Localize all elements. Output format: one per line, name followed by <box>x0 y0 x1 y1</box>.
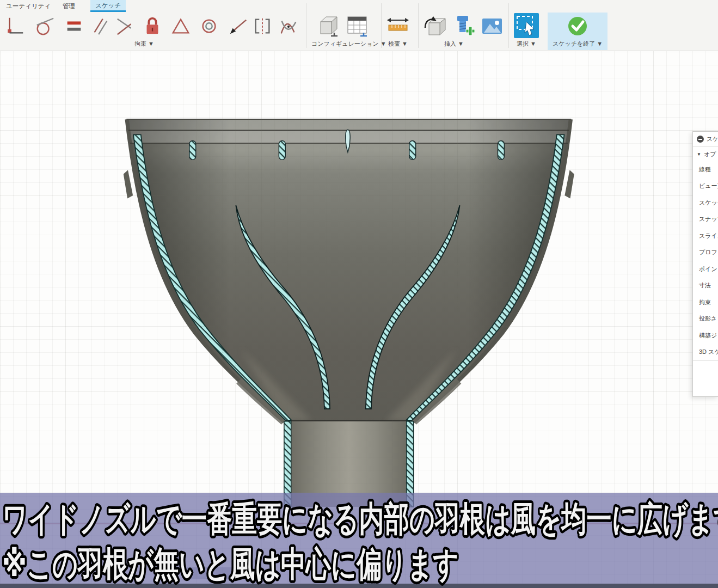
toolbar-divider <box>508 3 509 48</box>
chevron-down-icon: ▼ <box>697 152 701 157</box>
curvature-constraint-button[interactable] <box>278 14 299 38</box>
toolbar-divider <box>418 3 419 48</box>
fusion360-window: ユーティリティ 管理 スケッチ <box>0 0 718 588</box>
insert-fastener-button[interactable] <box>451 13 477 39</box>
left-edge-step <box>124 170 133 198</box>
midpoint-constraint-button[interactable] <box>170 14 192 38</box>
palette-item-constraints[interactable]: 拘束 <box>693 294 718 311</box>
perpendicular-constraint-button[interactable] <box>114 14 136 38</box>
palette-item-3d-sketch[interactable]: 3D スケ <box>693 344 718 361</box>
curvature-constraint-icon <box>278 16 299 36</box>
measure-button[interactable] <box>384 13 412 39</box>
palette-section-options[interactable]: ▼ オプ <box>693 147 718 161</box>
configuration-table-icon <box>345 14 370 39</box>
tab-manage[interactable]: 管理 <box>58 0 80 12</box>
measure-icon <box>385 14 410 39</box>
equal-constraint-button[interactable] <box>63 14 85 38</box>
insert-group-label[interactable]: 挿入 ▼ <box>437 40 471 48</box>
concentric-constraint-icon <box>199 16 219 36</box>
palette-item-linetype[interactable]: 線種 <box>693 161 718 178</box>
palette-section-label: オプ <box>704 150 716 158</box>
sketch-palette-header[interactable]: スケッ <box>693 132 718 147</box>
equal-constraint-icon <box>65 16 83 36</box>
subtitle-band <box>0 493 718 584</box>
palette-item-construction[interactable]: 構築ジ <box>693 327 718 344</box>
insert-derive-icon <box>423 14 448 39</box>
palette-item-sketch-grid[interactable]: スケッチ <box>693 194 718 211</box>
midpoint-constraint-icon <box>170 16 191 36</box>
inspect-group-label[interactable]: 検査 ▼ <box>383 40 413 48</box>
parallel-constraint-button[interactable] <box>89 14 111 38</box>
palette-item-points[interactable]: ポイント <box>693 261 718 278</box>
fix-unfix-constraint-icon <box>142 15 163 37</box>
configuration-button[interactable] <box>315 13 342 39</box>
sketch-palette-title: スケッ <box>707 135 718 143</box>
tab-sketch[interactable]: スケッチ <box>90 0 126 12</box>
subtitle-bottom-strip <box>0 584 718 588</box>
select-button[interactable] <box>514 13 539 38</box>
toolbar: ユーティリティ 管理 スケッチ <box>0 0 718 51</box>
collinear-constraint-icon <box>228 16 249 36</box>
insert-derive-button[interactable] <box>422 13 449 39</box>
toolbar-divider <box>381 3 382 48</box>
minimize-icon[interactable] <box>697 136 704 143</box>
symmetry-constraint-icon <box>252 16 273 36</box>
fix-unfix-constraint-button[interactable] <box>142 14 163 38</box>
insert-canvas-button[interactable] <box>479 13 505 39</box>
toolbar-divider <box>306 3 306 48</box>
finish-sketch-button[interactable]: スケッチを終了 ▼ <box>548 13 607 50</box>
tangent-constraint-button[interactable] <box>34 14 56 38</box>
insert-canvas-icon <box>480 14 504 38</box>
finish-sketch-label: スケッチを終了 ▼ <box>548 40 607 48</box>
palette-item-snap[interactable]: スナップ <box>693 211 718 228</box>
palette-item-slice[interactable]: スライス <box>693 228 718 244</box>
configuration-table-button[interactable] <box>344 13 371 39</box>
horizontal-vertical-constraint-button[interactable] <box>4 14 26 38</box>
finish-sketch-icon <box>567 15 588 37</box>
configuration-icon <box>316 14 341 39</box>
palette-item-profile[interactable]: プロファ <box>693 244 718 261</box>
concentric-constraint-button[interactable] <box>198 14 220 38</box>
tangent-constraint-icon <box>34 16 55 36</box>
tab-utilities[interactable]: ユーティリティ <box>1 0 56 12</box>
right-edge-step <box>564 170 574 198</box>
palette-item-look-at[interactable]: ビュー正 <box>693 178 718 195</box>
perpendicular-constraint-icon <box>115 16 136 36</box>
symmetry-constraint-button[interactable] <box>251 14 273 38</box>
horizontal-vertical-constraint-icon <box>5 16 25 36</box>
select-icon <box>514 14 538 38</box>
parallel-constraint-icon <box>90 16 111 36</box>
palette-footer <box>693 360 718 381</box>
palette-item-dimensions[interactable]: 寸法 <box>693 278 718 295</box>
palette-item-projected[interactable]: 投影さ <box>693 311 718 328</box>
insert-fastener-icon <box>451 14 476 39</box>
collinear-constraint-button[interactable] <box>228 14 249 38</box>
constraints-group-label[interactable]: 拘束 ▼ <box>125 40 163 48</box>
select-group-label[interactable]: 選択 ▼ <box>511 40 542 48</box>
sketch-palette: スケッ ▼ オプ 線種 ビュー正 スケッチ スナップ スライス プロファ ポイン… <box>692 131 718 397</box>
configuration-group-label[interactable]: コンフィギュレーション ▼ <box>311 40 382 48</box>
